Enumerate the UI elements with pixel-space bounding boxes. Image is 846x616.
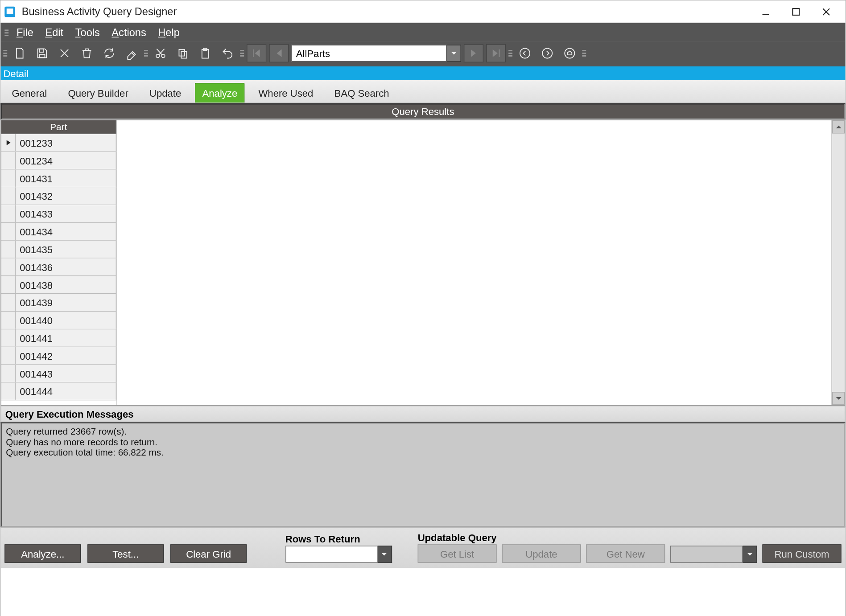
cell-part[interactable]: 001436: [16, 259, 116, 275]
cell-part[interactable]: 001431: [16, 170, 116, 187]
tab-analyze[interactable]: Analyze: [195, 83, 244, 103]
rows-to-return-combo[interactable]: [285, 546, 392, 563]
table-row[interactable]: 001233: [1, 134, 116, 152]
table-row[interactable]: 001443: [1, 365, 116, 383]
row-gutter: [1, 294, 16, 311]
nav-next-icon[interactable]: [464, 44, 483, 62]
row-gutter: [1, 259, 16, 275]
run-custom-button[interactable]: Run Custom: [763, 544, 842, 563]
table-row[interactable]: 001434: [1, 223, 116, 241]
table-row[interactable]: 001442: [1, 347, 116, 365]
record-selector[interactable]: [291, 44, 461, 62]
cell-part[interactable]: 001434: [16, 223, 116, 240]
table-row[interactable]: 001234: [1, 152, 116, 170]
table-row[interactable]: 001435: [1, 241, 116, 259]
custom-combo-dropdown[interactable]: [743, 546, 757, 563]
get-list-button[interactable]: Get List: [418, 544, 497, 563]
minimize-button[interactable]: [751, 2, 781, 21]
bottom-bar: Analyze... Test... Clear Grid Rows To Re…: [0, 527, 845, 568]
table-row[interactable]: 001431: [1, 170, 116, 188]
record-selector-input[interactable]: [291, 45, 446, 62]
row-gutter: [1, 276, 16, 293]
cell-part[interactable]: 001233: [16, 134, 116, 151]
svg-point-18: [520, 48, 530, 58]
table-row[interactable]: 001438: [1, 276, 116, 294]
cell-part[interactable]: 001438: [16, 276, 116, 293]
menu-help[interactable]: Help: [154, 26, 183, 40]
delete-icon[interactable]: [54, 44, 74, 62]
refresh-icon[interactable]: [99, 44, 119, 62]
menu-file[interactable]: File: [12, 26, 37, 40]
cell-part[interactable]: 001432: [16, 187, 116, 204]
rows-to-return-input[interactable]: [285, 546, 378, 563]
row-gutter: [1, 205, 16, 222]
nav-prev-icon[interactable]: [269, 44, 289, 62]
clear-grid-button[interactable]: Clear Grid: [170, 544, 247, 563]
row-gutter: [1, 223, 16, 240]
app-window: Business Activity Query Designer File Ed…: [0, 0, 846, 616]
scroll-up-icon[interactable]: [832, 120, 845, 134]
cell-part[interactable]: 001443: [16, 365, 116, 382]
clear-icon[interactable]: [122, 44, 141, 62]
cell-part[interactable]: 001439: [16, 294, 116, 311]
column-header-part[interactable]: Part: [1, 120, 116, 134]
table-row[interactable]: 001433: [1, 205, 116, 223]
custom-combo-input[interactable]: [670, 546, 743, 563]
tab-general[interactable]: General: [4, 83, 54, 103]
save-icon[interactable]: [32, 44, 52, 62]
cut-icon[interactable]: [151, 44, 170, 62]
copy-icon[interactable]: [173, 44, 193, 62]
close-button[interactable]: [811, 2, 842, 21]
svg-rect-4: [39, 49, 44, 52]
grid-empty-area: [116, 120, 831, 405]
scroll-track[interactable]: [832, 133, 845, 392]
nav-back-icon[interactable]: [515, 44, 535, 62]
trash-icon[interactable]: [77, 44, 97, 62]
cell-part[interactable]: 001433: [16, 205, 116, 222]
test-button[interactable]: Test...: [87, 544, 164, 563]
nav-first-icon[interactable]: [247, 44, 266, 62]
menu-grip: [4, 26, 8, 40]
menu-edit[interactable]: Edit: [41, 26, 67, 40]
new-icon[interactable]: [10, 44, 29, 62]
cell-part[interactable]: 001444: [16, 382, 116, 399]
get-new-button[interactable]: Get New: [586, 544, 665, 563]
tab-baq-search[interactable]: BAQ Search: [327, 83, 396, 103]
paste-icon[interactable]: [195, 44, 215, 62]
row-gutter: [1, 241, 16, 258]
scroll-down-icon[interactable]: [832, 392, 845, 405]
rows-to-return-section: Rows To Return: [285, 533, 392, 563]
undo-icon[interactable]: [218, 44, 237, 62]
cell-part[interactable]: 001442: [16, 347, 116, 364]
nav-forward-icon[interactable]: [537, 44, 557, 62]
detail-strip: Detail: [0, 66, 845, 80]
tab-update[interactable]: Update: [142, 83, 189, 103]
home-icon[interactable]: [560, 44, 579, 62]
update-button[interactable]: Update: [502, 544, 581, 563]
vertical-scrollbar[interactable]: [831, 120, 845, 405]
updatable-query-label: Updatable Query: [418, 532, 842, 543]
table-row[interactable]: 001440: [1, 312, 116, 329]
table-row[interactable]: 001432: [1, 187, 116, 205]
tab-query-builder[interactable]: Query Builder: [61, 83, 136, 103]
cell-part[interactable]: 001440: [16, 312, 116, 329]
tab-where-used[interactable]: Where Used: [251, 83, 320, 103]
query-results-header: Query Results: [0, 103, 845, 120]
cell-part[interactable]: 001234: [16, 152, 116, 169]
nav-last-icon[interactable]: [486, 44, 506, 62]
menu-actions[interactable]: Actions: [108, 26, 150, 40]
cell-part[interactable]: 001435: [16, 241, 116, 258]
analyze-button[interactable]: Analyze...: [4, 544, 81, 563]
table-row[interactable]: 001439: [1, 294, 116, 312]
row-gutter: [1, 382, 16, 399]
table-row[interactable]: 001444: [1, 382, 116, 400]
menu-bar: File Edit Tools Actions Help: [0, 23, 845, 41]
rows-to-return-dropdown[interactable]: [377, 546, 392, 563]
custom-combo[interactable]: [670, 546, 757, 563]
menu-tools[interactable]: Tools: [71, 26, 104, 40]
table-row[interactable]: 001436: [1, 259, 116, 276]
cell-part[interactable]: 001441: [16, 329, 116, 346]
maximize-button[interactable]: [781, 2, 811, 21]
table-row[interactable]: 001441: [1, 329, 116, 347]
record-selector-dropdown[interactable]: [447, 45, 461, 62]
